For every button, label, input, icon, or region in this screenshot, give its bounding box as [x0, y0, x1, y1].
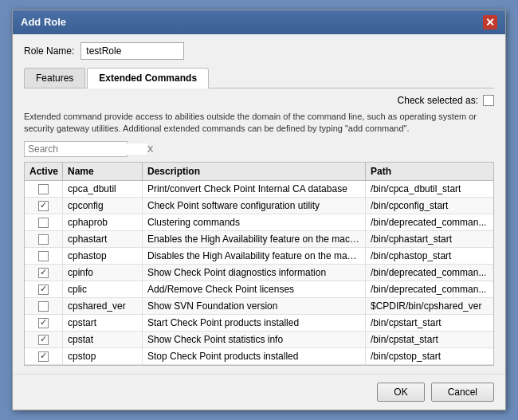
cell-path: /bin/cpconfig_start [366, 198, 493, 214]
role-name-label: Role Name: [24, 45, 74, 57]
table-row: cphaprobClustering commands/bin/deprecat… [25, 214, 493, 231]
cell-path: /bin/cphastop_start [366, 248, 493, 264]
table-header: Active Name Description Path [25, 163, 493, 181]
search-input[interactable] [28, 143, 147, 155]
cell-name: cpconfig [63, 198, 143, 214]
cell-name: cpshared_ver [63, 298, 143, 314]
row-checkbox[interactable] [38, 201, 49, 211]
row-checkbox[interactable] [38, 251, 49, 261]
header-path: Path [366, 163, 493, 180]
cancel-button[interactable]: Cancel [431, 383, 494, 402]
cell-description: Enables the High Availability feature on… [143, 231, 366, 247]
table-row: cphastopDisables the High Availability f… [25, 248, 493, 265]
cell-path: /bin/cpstop_start [366, 348, 493, 364]
cell-name: cplic [63, 281, 143, 297]
table-row: cpstartStart Check Point products instal… [25, 315, 493, 332]
cell-active [25, 348, 63, 364]
ok-button[interactable]: OK [377, 383, 424, 402]
header-description: Description [143, 163, 366, 180]
titlebar: Add Role ✕ [13, 10, 505, 34]
cell-active [25, 315, 63, 331]
cell-path: /bin/cpstat_start [366, 332, 493, 347]
row-checkbox[interactable] [38, 218, 49, 228]
add-role-dialog: Add Role ✕ Role Name: Features Extended … [12, 10, 506, 411]
cell-description: Show Check Point statistics info [143, 332, 366, 347]
close-button[interactable]: ✕ [483, 15, 497, 29]
row-checkbox[interactable] [38, 318, 49, 328]
row-checkbox[interactable] [38, 351, 49, 362]
table-row: cplicAdd/Remove Check Point licenses/bin… [25, 281, 493, 298]
table-row: cphastartEnables the High Availability f… [25, 231, 493, 248]
cell-active [25, 198, 63, 214]
cell-description: Show SVN Foundation version [143, 298, 366, 314]
cell-path: /bin/deprecated_comman... [366, 214, 493, 230]
cell-description: Start Check Point products installed [143, 315, 366, 331]
cell-active [25, 332, 63, 347]
cell-name: cpinfo [63, 265, 143, 281]
commands-table: Active Name Description Path cpca_dbutil… [24, 162, 494, 366]
cell-description: Add/Remove Check Point licenses [143, 281, 366, 297]
description-text: Extended command provide access to abili… [24, 111, 494, 135]
cell-active [25, 265, 63, 281]
cell-description: Show Check Point diagnostics information [143, 265, 366, 281]
role-name-row: Role Name: [24, 42, 494, 60]
search-row: X [24, 141, 128, 157]
row-checkbox[interactable] [38, 285, 49, 295]
cell-path: /bin/cpstart_start [366, 315, 493, 331]
cell-path: $CPDIR/bin/cpshared_ver [366, 298, 493, 314]
table-row: cpinfoShow Check Point diagnostics infor… [25, 265, 493, 281]
cell-path: /bin/deprecated_comman... [366, 281, 493, 297]
cell-name: cpstart [63, 315, 143, 331]
cell-path: /bin/cphastart_start [366, 231, 493, 247]
cell-active [25, 281, 63, 297]
dialog-body: Role Name: Features Extended Commands Ch… [13, 34, 505, 375]
cell-name: cpstop [63, 348, 143, 364]
table-row: cpconfigCheck Point software configurati… [25, 198, 493, 214]
header-active: Active [25, 163, 63, 180]
header-name: Name [63, 163, 143, 180]
dialog-footer: OK Cancel [13, 374, 505, 410]
tab-features[interactable]: Features [24, 68, 85, 88]
check-selected-checkbox[interactable] [483, 95, 494, 106]
cell-active [25, 214, 63, 230]
cell-description: Check Point software configuration utili… [143, 198, 366, 214]
cell-name: cphastart [63, 231, 143, 247]
table-body: cpca_dbutilPrint/convert Check Point Int… [25, 181, 493, 365]
row-checkbox[interactable] [38, 268, 49, 278]
table-row: cpshared_verShow SVN Foundation version$… [25, 298, 493, 315]
cell-path: /bin/deprecated_comman... [366, 265, 493, 281]
cell-description: Print/convert Check Point Internal CA da… [143, 181, 366, 197]
check-selected-label: Check selected as: [398, 95, 478, 106]
row-checkbox[interactable] [38, 184, 49, 194]
tab-extended-commands[interactable]: Extended Commands [87, 68, 209, 88]
row-checkbox[interactable] [38, 301, 49, 312]
role-name-input[interactable] [80, 42, 184, 60]
tabs: Features Extended Commands [24, 68, 494, 88]
table-row: cpstatShow Check Point statistics info/b… [25, 332, 493, 348]
dialog-title: Add Role [21, 16, 66, 28]
cell-name: cpstat [63, 332, 143, 347]
cell-name: cphaprob [63, 214, 143, 230]
table-row: cpstopStop Check Point products installe… [25, 348, 493, 365]
cell-description: Disables the High Availability feature o… [143, 248, 366, 264]
cell-path: /bin/cpca_dbutil_start [366, 181, 493, 197]
cell-active [25, 298, 63, 314]
cell-active [25, 231, 63, 247]
row-checkbox[interactable] [38, 335, 49, 345]
cell-active [25, 248, 63, 264]
cell-name: cpca_dbutil [63, 181, 143, 197]
search-clear-button[interactable]: X [147, 144, 153, 154]
cell-description: Stop Check Point products installed [143, 348, 366, 364]
cell-name: cphastop [63, 248, 143, 264]
check-selected-row: Check selected as: [24, 95, 494, 106]
row-checkbox[interactable] [38, 234, 49, 245]
cell-description: Clustering commands [143, 214, 366, 230]
table-row: cpca_dbutilPrint/convert Check Point Int… [25, 181, 493, 198]
cell-active [25, 181, 63, 197]
